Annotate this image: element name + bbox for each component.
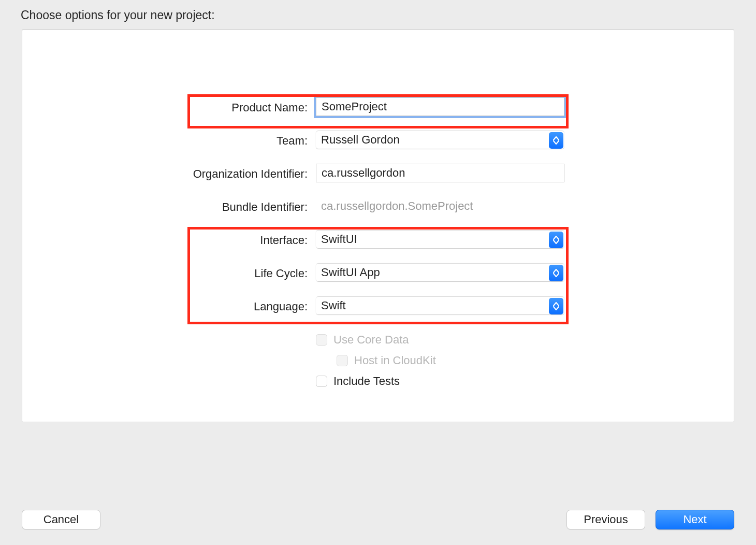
life-cycle-popup-value: SwiftUI App bbox=[321, 266, 380, 279]
language-label: Language: bbox=[192, 300, 316, 313]
bundle-id-label: Bundle Identifier: bbox=[192, 200, 316, 214]
chevron-up-down-icon bbox=[549, 298, 563, 314]
row-product-name: Product Name: bbox=[192, 97, 564, 118]
team-label: Team: bbox=[192, 134, 316, 148]
previous-button[interactable]: Previous bbox=[566, 510, 645, 529]
form-area: Product Name: Team: Russell Gordon bbox=[192, 97, 564, 394]
row-life-cycle: Life Cycle: SwiftUI App bbox=[192, 263, 564, 284]
include-tests-checkbox[interactable] bbox=[316, 376, 327, 387]
org-id-label: Organization Identifier: bbox=[192, 167, 316, 181]
page-title: Choose options for your new project: bbox=[21, 8, 734, 22]
footer-buttons: Cancel Previous Next bbox=[22, 510, 734, 529]
language-popup[interactable]: Swift bbox=[316, 296, 564, 315]
include-tests-label: Include Tests bbox=[333, 375, 400, 388]
row-team: Team: Russell Gordon bbox=[192, 131, 564, 151]
row-bundle-id: Bundle Identifier: ca.russellgordon.Some… bbox=[192, 197, 564, 218]
row-org-id: Organization Identifier: bbox=[192, 164, 564, 184]
life-cycle-popup[interactable]: SwiftUI App bbox=[316, 263, 564, 282]
row-interface: Interface: SwiftUI bbox=[192, 230, 564, 251]
options-panel: Product Name: Team: Russell Gordon bbox=[22, 30, 734, 422]
team-popup[interactable]: Russell Gordon bbox=[316, 131, 564, 149]
chevron-up-down-icon bbox=[549, 232, 563, 248]
cancel-button-label: Cancel bbox=[43, 513, 79, 526]
interface-label: Interface: bbox=[192, 234, 316, 247]
row-use-core-data: Use Core Data bbox=[316, 332, 564, 348]
host-in-cloudkit-checkbox bbox=[337, 355, 348, 366]
use-core-data-checkbox bbox=[316, 334, 327, 346]
language-popup-value: Swift bbox=[321, 299, 346, 312]
life-cycle-label: Life Cycle: bbox=[192, 267, 316, 280]
row-language: Language: Swift bbox=[192, 296, 564, 317]
team-popup-value: Russell Gordon bbox=[321, 133, 400, 147]
next-button-label: Next bbox=[683, 513, 706, 526]
row-host-in-cloudkit: Host in CloudKit bbox=[337, 352, 564, 369]
cancel-button[interactable]: Cancel bbox=[22, 510, 100, 529]
previous-button-label: Previous bbox=[584, 513, 628, 526]
bundle-id-value: ca.russellgordon.SomeProject bbox=[316, 197, 564, 216]
use-core-data-label: Use Core Data bbox=[333, 333, 409, 347]
org-id-input[interactable] bbox=[316, 164, 564, 182]
product-name-input[interactable] bbox=[316, 97, 564, 116]
new-project-options-sheet: Choose options for your new project: Pro… bbox=[0, 0, 756, 545]
interface-popup-value: SwiftUI bbox=[321, 233, 357, 246]
product-name-label: Product Name: bbox=[192, 101, 316, 114]
chevron-up-down-icon bbox=[549, 132, 563, 149]
host-in-cloudkit-label: Host in CloudKit bbox=[354, 354, 436, 367]
next-button[interactable]: Next bbox=[656, 510, 734, 529]
interface-popup[interactable]: SwiftUI bbox=[316, 230, 564, 249]
row-include-tests: Include Tests bbox=[316, 373, 564, 390]
chevron-up-down-icon bbox=[549, 265, 563, 281]
